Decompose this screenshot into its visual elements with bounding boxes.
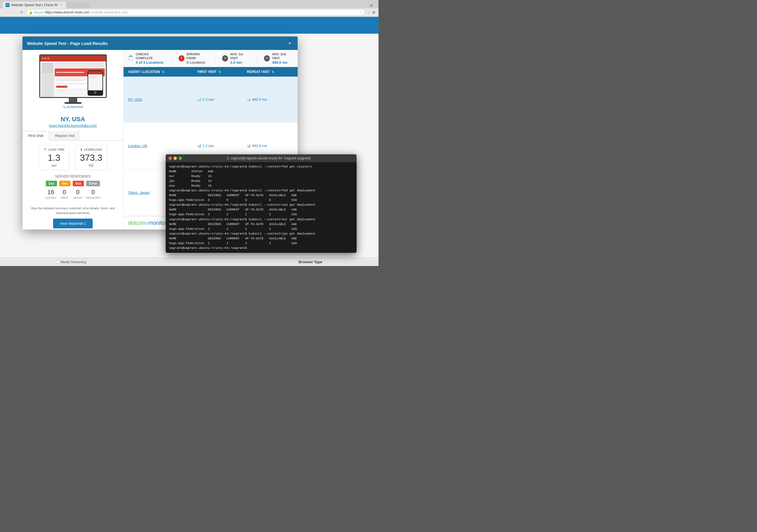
th-repeat-visit[interactable]: REPEAT VISIT ⇅ [242, 67, 298, 77]
term-line-17: hugo-app-federation 2 2 2 2 52m [169, 241, 353, 246]
secure-label: Secure [34, 11, 44, 14]
th-first-visit[interactable]: FIRST VISIT ⇅ [193, 67, 243, 77]
term-line-10: NAME DESIRED CURRENT UP-TO-DATE AVAILABL… [169, 207, 353, 212]
th-location[interactable]: AGENT / LOCATION ⇅ [124, 67, 193, 77]
media-streaming-label: Media Streaming [61, 260, 86, 264]
nav-dot-1 [42, 58, 44, 59]
tab-favicon: W [6, 3, 10, 7]
phone-home-btn [94, 91, 97, 94]
term-line-1: vagrant@vagrant-ubuntu-trusty-64:/vagran… [169, 164, 353, 169]
terminal-minimize-button[interactable] [173, 156, 177, 160]
tabs-bar: First Visit Repeat Visit [22, 131, 123, 141]
download-icon: ⬇ [80, 148, 83, 152]
bar-value-first-ny[interactable]: 📊 1.3 sec [197, 98, 238, 101]
avg-first-item: ⏱ AVG: 1st VISIT 1.4 sec [222, 52, 250, 65]
bookmark-icon[interactable]: ☆ [359, 11, 362, 14]
term-line-4: jpn Ready 1h [169, 179, 353, 183]
monitor-base [65, 102, 81, 104]
screenshot-link[interactable]: screenshot [63, 105, 83, 109]
location-name: NY, USA [61, 116, 85, 123]
terminal-body[interactable]: vagrant@vagrant-ubuntu-trusty-64:/vagran… [166, 162, 357, 253]
sr-5xx-label: server [72, 196, 83, 199]
phone-mockup [88, 70, 103, 96]
td-first-ny: 📊 1.3 sec [193, 77, 243, 123]
table-row[interactable]: NY, USA 📊 1.3 sec 📊 [124, 77, 298, 123]
bar-value-first-london[interactable]: 📊 1.2 sec [197, 144, 238, 148]
bar-value-repeat-london[interactable]: 📊 463.0 ms [247, 144, 293, 148]
clock-icon: ⏱ [44, 148, 47, 152]
term-line-15: vagrant@vagrant-ubuntu-trusty-64:/vagran… [169, 232, 353, 236]
tab-repeat-visit[interactable]: Repeat Visit [49, 131, 80, 140]
address-bar[interactable]: 🔒 Secure https://www.dotcom-tools.com /w… [26, 9, 365, 15]
tab-close-button[interactable]: × [59, 3, 63, 7]
mock-nav [40, 55, 106, 62]
nav-dot-3 [47, 58, 49, 59]
terminal-maximize-button[interactable] [179, 156, 182, 160]
monitor-mockup [39, 54, 107, 104]
back-button[interactable]: ‹ [3, 9, 9, 15]
mock-line-2 [56, 80, 84, 81]
bar-icon-2: 📊 [247, 98, 251, 101]
divider-1 [171, 53, 172, 64]
term-line-13: NAME DESIRED CURRENT UP-TO-DATE AVAILABL… [169, 222, 353, 227]
left-panel: screenshot NY, USA hugo-fed.k8s.kumorila… [22, 50, 124, 230]
sr-error-label: connection [86, 196, 101, 199]
load-time-box: ⏱ LOAD TIME 1.3 sec [39, 145, 69, 170]
sidebar-line-2 [42, 65, 53, 67]
phone-line-2 [89, 77, 96, 77]
avg-first-text: AVG: 1st VISIT 1.4 sec [230, 52, 251, 65]
bar-icon-4: 📊 [247, 144, 251, 148]
modal-close-button[interactable]: × [287, 40, 293, 46]
download-value: 373.3 [80, 153, 102, 163]
mock-main-header [55, 63, 105, 68]
term-line-3: eur Ready 1h [169, 174, 353, 179]
inactive-tab[interactable] [67, 2, 90, 9]
settings-icon[interactable]: ⚙ [372, 10, 376, 14]
download-unit: KB [80, 164, 102, 168]
forward-button[interactable]: › [11, 9, 17, 15]
load-time-unit: sec [43, 164, 65, 168]
monitor-screen [39, 54, 107, 98]
badge-2xx: 2xx [46, 181, 57, 186]
bar-value-repeat-ny[interactable]: 📊 482.0 ms [247, 98, 293, 101]
sidebar-line-1 [42, 64, 53, 65]
url-domain: https://www.dotcom-tools.com [45, 11, 90, 14]
download-box: ⬇ DOWNLOAD 373.3 KB [75, 145, 107, 170]
media-streaming-checkbox[interactable] [56, 260, 60, 264]
load-time-label: ⏱ LOAD TIME [43, 148, 65, 152]
terminal-header: 2. vagrant@vagrant-ubuntu-trusty-64: /va… [166, 154, 357, 162]
bar-icon-3: 📊 [197, 144, 201, 148]
download-label: ⬇ DOWNLOAD [80, 148, 102, 152]
location-link-london[interactable]: London, UK [128, 144, 147, 148]
term-line-8: hugo-app-federation 6 6 0 6 52m [169, 198, 353, 203]
reload-button[interactable]: ↻ [18, 9, 25, 15]
errors-item: ! ERRORS FROM 0 Locations [179, 52, 208, 65]
location-link-ny[interactable]: NY, USA [128, 98, 142, 101]
phone-line-3 [89, 78, 97, 78]
mock-banner-text [56, 72, 84, 73]
term-line-7: NAME DESIRED CURRENT UP-TO-DATE AVAILABL… [169, 193, 353, 198]
bar-icon-1: 📊 [197, 98, 201, 101]
browser-settings-icon[interactable]: ≡ [370, 3, 373, 9]
sidebar-line-3 [42, 67, 53, 69]
metrics-section: ⏱ LOAD TIME 1.3 sec ⬇ DOWNLOAD 373.3 [22, 141, 123, 175]
location-link-tokyo[interactable]: Tokyo, Japan [128, 190, 150, 195]
warning-icon: ! [179, 55, 185, 62]
tab-first-visit[interactable]: First Visit [22, 131, 49, 141]
dotcom-text: dotcom [128, 220, 147, 226]
menu-dots-icon[interactable]: ⋮ [366, 10, 370, 14]
sort-icon-repeat: ⇅ [272, 70, 274, 73]
phone-line-1 [89, 75, 98, 76]
terminal-close-button[interactable] [168, 156, 172, 160]
view-waterfall-button[interactable]: View Waterfall 1 [53, 219, 93, 228]
checks-complete-item: CHECKS COMPLETE 3 of 3 Locations [128, 52, 165, 65]
clock-icon-2: ⏱ [264, 55, 270, 62]
tab-bar: W Website Speed Test | Check W × ≡ [0, 0, 378, 9]
location-url[interactable]: hugo-fed.k8s.kumorilabs.com [49, 124, 97, 128]
term-line-11: hugo-app-federation 2 2 2 2 52m [169, 212, 353, 217]
badge-error: Error [86, 181, 100, 186]
sr-error-col: 0 connection [86, 188, 101, 199]
badge-4xx: 4xx [59, 181, 71, 186]
active-tab[interactable]: W Website Speed Test | Check W × [3, 2, 66, 9]
term-line-5: usa Ready 1h [169, 183, 353, 188]
